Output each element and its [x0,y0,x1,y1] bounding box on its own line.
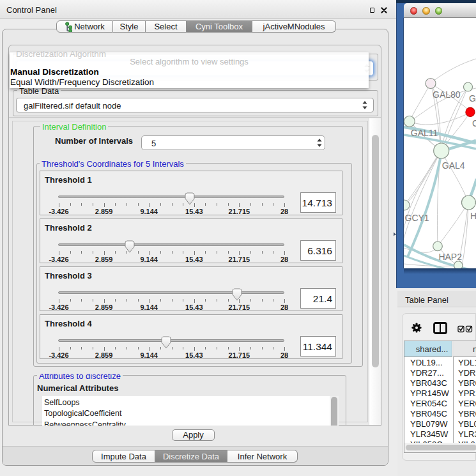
svg-text:GA: GA [469,93,476,104]
svg-text:GAL4: GAL4 [442,160,465,171]
svg-text:C: C [472,118,476,128]
svg-text:GAL11: GAL11 [411,128,438,138]
svg-text:GCY1: GCY1 [405,213,429,223]
svg-text:HAP2: HAP2 [438,252,462,262]
svg-text:H: H [470,211,476,221]
svg-text:GAL80: GAL80 [433,89,461,100]
